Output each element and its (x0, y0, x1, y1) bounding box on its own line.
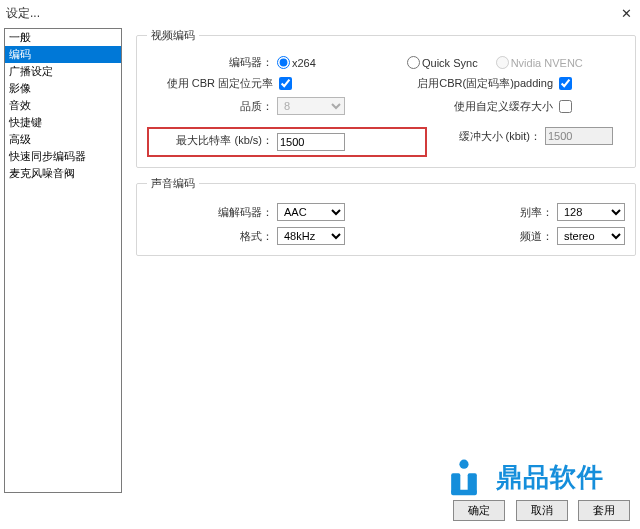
video-legend: 视频编码 (147, 28, 199, 43)
sidebar-item-encoding[interactable]: 编码 (5, 46, 121, 63)
max-bitrate-highlight: 最大比特率 (kb/s)： (147, 127, 427, 157)
custom-buffer-checkbox[interactable] (559, 100, 572, 113)
apply-button[interactable]: 套用 (578, 500, 630, 521)
channel-select[interactable]: stereo (557, 227, 625, 245)
sidebar-item-quicksync-encoder[interactable]: 快速同步编码器 (5, 148, 121, 165)
sidebar-item-advanced[interactable]: 高级 (5, 131, 121, 148)
cbr-padding-checkbox[interactable] (559, 77, 572, 90)
window-title: 设定... (6, 5, 40, 22)
use-cbr-label: 使用 CBR 固定位元率 (147, 76, 277, 91)
sidebar-item-video[interactable]: 影像 (5, 80, 121, 97)
max-bitrate-input[interactable] (277, 133, 345, 151)
bitrate-label: 别率： (407, 205, 557, 220)
buffer-size-input (545, 127, 613, 145)
close-icon[interactable]: ✕ (621, 6, 632, 21)
quality-select: 8 (277, 97, 345, 115)
use-cbr-checkbox[interactable] (279, 77, 292, 90)
codec-label: 编解码器： (147, 205, 277, 220)
sidebar-item-mic-noise-gate[interactable]: 麦克风噪音阀 (5, 165, 121, 182)
sidebar: 一般 编码 广播设定 影像 音效 快捷键 高级 快速同步编码器 麦克风噪音阀 (4, 28, 122, 493)
audio-encoding-group: 声音编码 编解码器： AAC 别率： 128 格式： 48kHz 频道： (136, 176, 636, 256)
encoder-nvenc-radio: Nvidia NVENC (496, 56, 583, 69)
video-encoding-group: 视频编码 编码器： x264 Quick Sync Nvidia NVENC 使… (136, 28, 636, 168)
format-select[interactable]: 48kHz (277, 227, 345, 245)
audio-legend: 声音编码 (147, 176, 199, 191)
encoder-label: 编码器： (147, 55, 277, 70)
bitrate-select[interactable]: 128 (557, 203, 625, 221)
ok-button[interactable]: 确定 (453, 500, 505, 521)
encoder-x264-radio[interactable]: x264 (277, 56, 316, 69)
cancel-button[interactable]: 取消 (516, 500, 568, 521)
sidebar-item-hotkeys[interactable]: 快捷键 (5, 114, 121, 131)
sidebar-item-audio[interactable]: 音效 (5, 97, 121, 114)
quality-label: 品质： (147, 99, 277, 114)
format-label: 格式： (147, 229, 277, 244)
sidebar-item-broadcast[interactable]: 广播设定 (5, 63, 121, 80)
buffer-size-label: 缓冲大小 (kbit)： (427, 129, 545, 144)
channel-label: 频道： (407, 229, 557, 244)
custom-buffer-label: 使用自定义缓存大小 (407, 99, 557, 114)
max-bitrate-label: 最大比特率 (kb/s)： (155, 133, 277, 151)
sidebar-item-general[interactable]: 一般 (5, 29, 121, 46)
cbr-padding-label: 启用CBR(固定码率)padding (407, 76, 557, 91)
encoder-quicksync-radio[interactable]: Quick Sync (407, 56, 478, 69)
codec-select[interactable]: AAC (277, 203, 345, 221)
